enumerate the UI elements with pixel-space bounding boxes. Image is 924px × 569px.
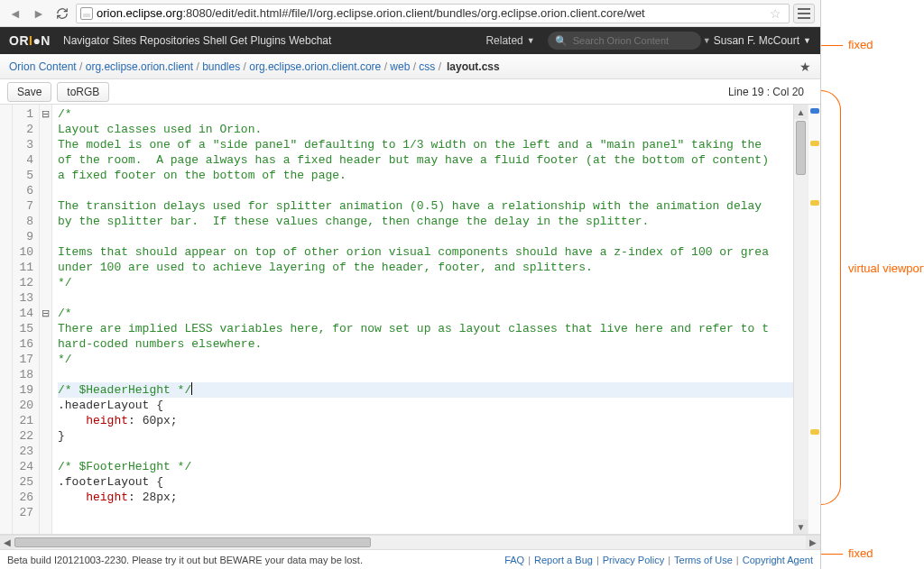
code-line[interactable]: */ [58, 275, 793, 290]
save-button[interactable]: Save [7, 82, 51, 102]
footer-link[interactable]: Terms of Use [674, 555, 733, 565]
fold-toggle[interactable]: ⊟ [40, 306, 51, 321]
overview-mark[interactable] [810, 108, 819, 114]
nav-link[interactable]: Webchat [289, 34, 331, 47]
code-line[interactable]: The model is one of a "side panel" defau… [58, 137, 793, 152]
code-line[interactable]: by the splitter bar. If these values cha… [58, 214, 793, 229]
annotation-fixed: fixed [848, 546, 873, 560]
browser-toolbar: ◄ ► orion.eclipse.org:8080/edit/edit.htm… [0, 0, 820, 27]
horizontal-scrollbar[interactable]: ◀ ▶ [0, 535, 820, 549]
scroll-thumb[interactable] [14, 537, 371, 547]
breadcrumb-link[interactable]: web [390, 60, 410, 73]
search-icon: 🔍 [555, 35, 568, 47]
search-dropdown-icon[interactable]: ▼ [703, 36, 711, 45]
code-line[interactable]: under 100 are used to achieve layering o… [58, 260, 793, 275]
footer-link[interactable]: Report a Bug [534, 555, 593, 565]
nav-link[interactable]: Shell [203, 34, 227, 47]
reload-button[interactable] [52, 4, 72, 23]
overview-mark[interactable] [810, 200, 819, 206]
code-line[interactable]: The transition delays used for splitter … [58, 198, 793, 214]
nav-link[interactable]: Sites [113, 34, 137, 47]
code-line[interactable] [58, 367, 793, 382]
code-line[interactable] [58, 183, 793, 198]
breadcrumb-link[interactable]: org.eclipse.orion.client.core [249, 60, 381, 73]
overview-ruler[interactable] [808, 105, 820, 534]
forward-button[interactable]: ► [29, 4, 49, 23]
ruler-left [0, 105, 13, 534]
code-line[interactable]: of the room. A page always has a fixed h… [58, 152, 793, 168]
code-line[interactable] [58, 229, 793, 244]
code-line[interactable]: /* $HeaderHeight */ [58, 382, 793, 398]
favorite-button[interactable]: ★ [799, 60, 811, 74]
orion-header: ORI●N Navigator Sites Repositories Shell… [0, 27, 820, 54]
footer-link[interactable]: Privacy Policy [603, 555, 664, 565]
nav-link[interactable]: Navigator [63, 34, 109, 47]
code-line[interactable]: There are implied LESS variables here, f… [58, 321, 793, 336]
search-input[interactable] [573, 35, 698, 46]
build-label: Beta build I20121003-2230. Please try it… [7, 555, 363, 565]
code-line[interactable]: a fixed footer on the bottom of the page… [58, 168, 793, 183]
reload-icon [56, 7, 69, 20]
app-shell: ◄ ► orion.eclipse.org:8080/edit/edit.htm… [0, 0, 821, 569]
fold-toggle[interactable]: ⊟ [40, 106, 51, 122]
scroll-up-icon[interactable]: ▲ [794, 105, 808, 119]
code-line[interactable]: height: 60px; [58, 413, 793, 428]
code-editor[interactable]: /*Layout classes used in Orion.The model… [52, 105, 793, 534]
breadcrumb-link[interactable]: bundles [202, 60, 240, 73]
scroll-down-icon[interactable]: ▼ [794, 519, 808, 534]
torgb-button[interactable]: toRGB [57, 82, 109, 102]
code-line[interactable]: .headerLayout { [58, 398, 793, 413]
breadcrumb-bar: Orion Content / org.eclipse.orion.client… [0, 54, 820, 79]
scroll-thumb[interactable] [796, 121, 806, 175]
annotation-fixed: fixed [848, 38, 873, 51]
browser-menu-button[interactable] [793, 4, 815, 23]
diagram-annotations: fixed virtual viewport fixed [821, 0, 924, 569]
user-menu[interactable]: Susan F. McCourt▼ [714, 34, 811, 47]
breadcrumb-current: layout.css [447, 60, 500, 73]
code-line[interactable]: hard-coded numbers elsewhere. [58, 336, 793, 352]
code-line[interactable]: } [58, 428, 793, 444]
code-line[interactable]: */ [58, 352, 793, 367]
text-caret [191, 382, 192, 395]
bookmark-star-icon[interactable]: ☆ [766, 6, 785, 21]
url-text: orion.eclipse.org:8080/edit/edit.html#/f… [97, 6, 762, 20]
nav-link[interactable]: Get Plugins [230, 34, 286, 47]
fold-ruler[interactable]: ⊟⊟ [40, 105, 52, 534]
code-line[interactable] [58, 444, 793, 459]
code-line[interactable]: height: 28px; [58, 490, 793, 505]
scroll-right-icon[interactable]: ▶ [806, 536, 820, 549]
code-line[interactable]: /* $FooterHeight */ [58, 459, 793, 474]
line-gutter: 1234567891011121314151617181920212223242… [13, 105, 40, 534]
code-line[interactable] [58, 290, 793, 306]
search-box[interactable]: 🔍 ▼ [548, 32, 701, 50]
overview-mark[interactable] [810, 429, 819, 435]
code-line[interactable]: /* [58, 306, 793, 321]
overview-mark[interactable] [810, 141, 819, 146]
code-line[interactable]: /* [58, 106, 793, 122]
footer-link[interactable]: Copyright Agent [743, 555, 813, 565]
annotation-virtual-viewport: virtual viewport [848, 262, 924, 275]
code-line[interactable]: .footerLayout { [58, 474, 793, 490]
code-line[interactable]: Layout classes used in Orion. [58, 122, 793, 137]
breadcrumb-link[interactable]: Orion Content [9, 60, 77, 73]
related-menu[interactable]: Related▼ [485, 34, 534, 47]
editor-toolbar: Save toRGB Line 19 : Col 20 [0, 79, 820, 105]
editor-area: 1234567891011121314151617181920212223242… [0, 105, 820, 535]
breadcrumb-link[interactable]: org.eclipse.orion.client [86, 60, 193, 73]
page-icon [80, 7, 93, 20]
cursor-position: Line 19 : Col 20 [728, 86, 813, 98]
vertical-scrollbar[interactable]: ▲ ▼ [793, 105, 808, 534]
code-line[interactable] [58, 505, 793, 520]
code-line[interactable]: Items that should appear on top of other… [58, 244, 793, 260]
breadcrumb-link[interactable]: css [419, 60, 435, 73]
footer: Beta build I20121003-2230. Please try it… [0, 549, 820, 569]
scroll-left-icon[interactable]: ◀ [0, 536, 14, 549]
back-button[interactable]: ◄ [5, 4, 25, 23]
url-bar[interactable]: orion.eclipse.org:8080/edit/edit.html#/f… [76, 4, 790, 23]
orion-logo: ORI●N [9, 33, 51, 48]
footer-link[interactable]: FAQ [504, 555, 524, 565]
nav-link[interactable]: Repositories [140, 34, 200, 47]
